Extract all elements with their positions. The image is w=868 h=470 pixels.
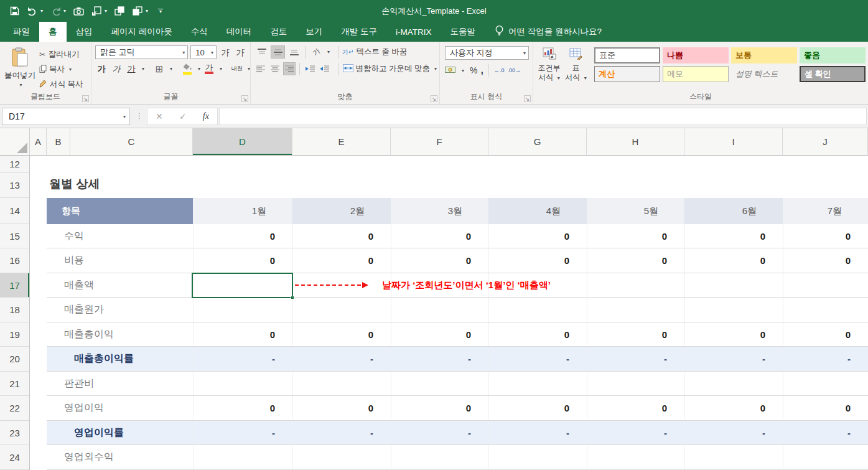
value-cell[interactable]: 0 <box>684 322 783 346</box>
row-header-20[interactable]: 20 <box>0 347 29 372</box>
cell-style-note[interactable]: 메모 <box>663 66 729 82</box>
camera-icon[interactable] <box>73 6 84 17</box>
percent-style-button[interactable]: % <box>470 65 477 75</box>
value-cell[interactable]: 0 <box>391 224 488 248</box>
value-cell[interactable] <box>193 445 292 469</box>
value-cell[interactable]: 0 <box>292 396 391 420</box>
increase-indent-button[interactable] <box>318 62 330 75</box>
value-cell[interactable]: 0 <box>193 322 292 346</box>
decrease-decimal-button[interactable]: .00→ <box>507 67 521 73</box>
month-header-4[interactable]: 4월 <box>488 198 587 224</box>
alignment-dialog-launcher[interactable]: ↘ <box>431 95 437 102</box>
borders-button[interactable]: ⊞ <box>153 62 166 75</box>
row-label-cell[interactable]: 매출원가 <box>47 298 193 322</box>
decrease-indent-button[interactable] <box>304 62 316 75</box>
tab-insert[interactable]: 삽입 <box>67 22 102 42</box>
merge-center-button[interactable]: 병합하고 가운데 맞춤 ▾ <box>343 63 437 74</box>
font-name-select[interactable]: 맑은 고딕 ▾ <box>95 45 188 59</box>
value-cell[interactable]: - <box>488 421 587 444</box>
save-icon[interactable] <box>9 6 20 17</box>
month-header-2[interactable]: 2월 <box>292 198 391 224</box>
row-header-15[interactable]: 15 <box>0 224 29 248</box>
tab-review[interactable]: 검토 <box>261 22 296 42</box>
row-header-16[interactable]: 16 <box>0 248 29 273</box>
month-header-6[interactable]: 6월 <box>684 198 783 224</box>
name-box-dropdown-icon[interactable]: ▾ <box>123 114 126 120</box>
redo-icon[interactable] <box>50 6 61 17</box>
align-middle-button[interactable] <box>271 45 285 59</box>
month-header-1[interactable]: 1월 <box>193 198 292 224</box>
table-header-label-cell[interactable]: 항목 <box>47 198 193 224</box>
cell-style-explanatory[interactable]: 설명 텍스트 <box>731 66 797 82</box>
formula-input[interactable] <box>219 108 867 125</box>
number-format-select[interactable]: 사용자 지정 ▾ <box>445 46 529 60</box>
value-cell[interactable]: 0 <box>292 248 391 273</box>
row-header-24[interactable]: 24 <box>0 445 29 470</box>
font-size-select[interactable]: 10 ▾ <box>190 45 217 59</box>
value-cell[interactable] <box>391 372 488 395</box>
tab-view[interactable]: 보기 <box>296 22 332 42</box>
value-cell[interactable] <box>684 273 783 297</box>
fill-color-button[interactable] <box>181 62 194 75</box>
value-cell[interactable] <box>783 298 868 322</box>
conditional-formatting-button[interactable]: ≠ 조건부서식 ▾ <box>536 44 562 93</box>
italic-button[interactable]: 가 <box>110 62 123 75</box>
cell-style-bad[interactable]: 나쁨 <box>663 47 729 63</box>
row-label-cell[interactable]: 영업외수익 <box>47 445 193 469</box>
paste-picture-icon[interactable] <box>132 6 143 17</box>
align-left-button[interactable] <box>254 62 267 75</box>
value-cell[interactable] <box>783 445 868 469</box>
shrink-font-button[interactable]: 가ˇ <box>234 46 246 59</box>
align-bottom-button[interactable] <box>287 45 301 59</box>
value-cell[interactable] <box>783 372 868 395</box>
underline-dropdown-icon[interactable]: ▾ <box>142 66 144 72</box>
value-cell[interactable]: - <box>488 347 587 371</box>
customize-qat-icon[interactable]: ▾ <box>155 6 166 17</box>
value-cell[interactable]: 0 <box>587 396 684 420</box>
value-cell[interactable] <box>391 445 488 469</box>
value-cell[interactable] <box>292 445 391 469</box>
paste-options-icon[interactable] <box>91 6 102 17</box>
cell-style-calculation[interactable]: 계산 <box>594 66 660 82</box>
row-header-22[interactable]: 22 <box>0 396 29 421</box>
row-label-cell[interactable]: 매출액 <box>47 273 193 297</box>
orientation-button[interactable]: 가 <box>309 45 324 59</box>
redo-dropdown-icon[interactable]: ▾ <box>63 8 66 14</box>
tab-file[interactable]: 파일 <box>4 22 39 42</box>
paste-dropdown-icon[interactable]: ▾ <box>19 82 22 88</box>
name-box[interactable]: D17 ▾ <box>2 108 130 125</box>
value-cell[interactable]: 0 <box>783 396 868 420</box>
tab-data[interactable]: 데이터 <box>217 22 261 42</box>
paste-options-dropdown-icon[interactable]: ▾ <box>105 8 107 14</box>
value-cell[interactable]: 0 <box>391 396 488 420</box>
formula-bar-grip-icon[interactable]: ⋮ <box>136 111 143 120</box>
column-header-I[interactable]: I <box>684 128 783 155</box>
value-cell[interactable]: 0 <box>783 224 868 248</box>
undo-dropdown-icon[interactable]: ▾ <box>40 8 43 14</box>
month-header-3[interactable]: 3월 <box>391 198 488 224</box>
wrap-text-button[interactable]: 가↵ 텍스트 줄 바꿈 <box>342 47 407 57</box>
row-header-21[interactable]: 21 <box>0 372 29 396</box>
row-header-23[interactable]: 23 <box>0 421 29 445</box>
value-cell[interactable]: - <box>391 421 488 444</box>
value-cell[interactable]: - <box>193 347 292 371</box>
row-header-13[interactable]: 13 <box>0 173 29 198</box>
row-header-12[interactable]: 12 <box>0 156 29 173</box>
cell-style-check-cell[interactable]: 셀 확인 <box>800 66 866 82</box>
value-cell[interactable]: 0 <box>488 322 587 346</box>
fill-color-dropdown-icon[interactable]: ▾ <box>198 66 200 72</box>
accounting-format-icon[interactable] <box>445 65 457 75</box>
enter-icon[interactable]: ✓ <box>179 111 187 121</box>
format-as-table-button[interactable]: 표서식 ▾ <box>562 44 589 93</box>
value-cell[interactable]: - <box>292 347 391 371</box>
cut-button[interactable]: ✂ 잘라내기 <box>37 48 85 61</box>
row-header-17[interactable]: 17 <box>0 273 29 298</box>
grow-font-button[interactable]: 가ˆ <box>219 46 231 59</box>
accounting-dropdown-icon[interactable]: ▾ <box>462 68 464 73</box>
value-cell[interactable]: 0 <box>587 224 684 248</box>
paste-button[interactable]: 붙여넣기 ▾ <box>2 44 37 93</box>
value-cell[interactable] <box>488 445 587 469</box>
cancel-icon[interactable]: ✕ <box>156 111 163 121</box>
column-header-H[interactable]: H <box>587 128 684 155</box>
row-label-cell[interactable]: 비용 <box>47 248 193 273</box>
